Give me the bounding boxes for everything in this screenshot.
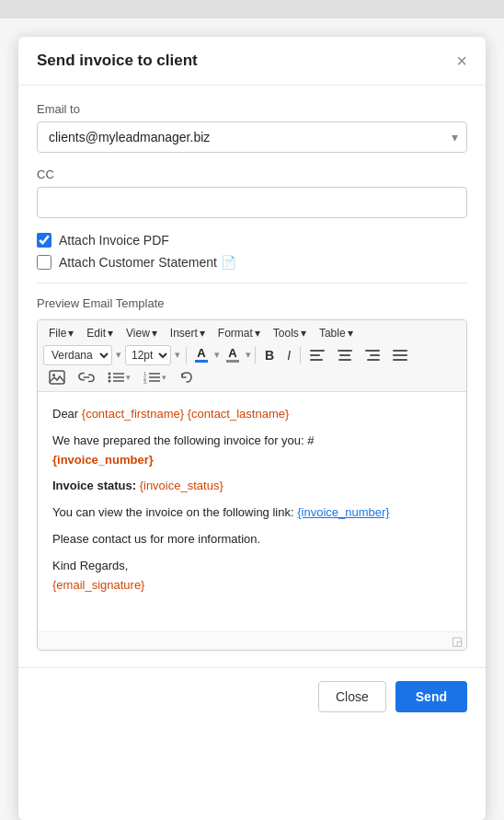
tools-menu[interactable]: Tools ▾	[268, 324, 312, 342]
svg-rect-12	[50, 371, 64, 384]
var-contact-firstname: {contact_firstname}	[82, 407, 184, 421]
svg-text:3.: 3.	[143, 379, 147, 385]
undo-icon	[179, 370, 194, 385]
svg-rect-6	[365, 350, 380, 352]
svg-rect-5	[338, 359, 351, 361]
bullet-list-button[interactable]: ▾	[102, 367, 136, 387]
toolbar-separator-3	[300, 347, 301, 364]
var-contact-lastname: {contact_lastname}	[188, 407, 290, 421]
send-button[interactable]: Send	[395, 681, 467, 712]
insert-image-button[interactable]	[43, 367, 71, 387]
image-icon	[49, 370, 65, 385]
contact-line: Please contact us for more information.	[52, 530, 452, 549]
email-to-label: Email to	[37, 102, 467, 116]
align-right-button[interactable]	[360, 346, 385, 364]
view-menu[interactable]: View ▾	[120, 324, 163, 342]
email-to-wrapper: clients@myleadmanager.biz ▾	[37, 121, 467, 153]
svg-point-15	[109, 373, 111, 375]
bullet-list-icon	[108, 370, 124, 385]
attach-invoice-row: Attach Invoice PDF	[37, 233, 467, 248]
var-invoice-status: {invoice_status}	[140, 479, 223, 492]
svg-rect-0	[310, 350, 325, 352]
toolbar-separator-2	[255, 347, 256, 364]
insert-menu[interactable]: Insert ▾	[165, 324, 211, 342]
email-editor: File ▾ Edit ▾ View ▾ Insert	[37, 319, 467, 651]
cc-input[interactable]	[37, 187, 467, 218]
document-icon: 📄	[221, 255, 236, 270]
extra-toolbar-row: ▾ 1.2.3. ▾	[43, 367, 461, 387]
svg-rect-4	[339, 354, 350, 356]
align-right-icon	[365, 349, 380, 362]
modal-title: Send invoice to client	[37, 52, 198, 70]
attach-statement-checkbox[interactable]	[37, 255, 52, 270]
var-email-signature: {email_signature}	[52, 578, 144, 592]
align-left-icon	[310, 349, 325, 362]
italic-button[interactable]: I	[281, 345, 296, 365]
align-center-icon	[338, 349, 352, 362]
align-justify-button[interactable]	[387, 346, 413, 364]
svg-rect-7	[370, 354, 380, 356]
svg-rect-9	[393, 350, 407, 352]
attach-invoice-checkbox[interactable]	[37, 233, 52, 248]
bg-color-bar	[226, 360, 239, 363]
numbered-list-button[interactable]: 1.2.3. ▾	[138, 367, 172, 387]
align-left-button[interactable]	[304, 346, 330, 364]
var-invoice-number-bold: {invoice_number}	[52, 453, 154, 467]
preview-email-label: Preview Email Template	[37, 296, 467, 310]
editor-content-area[interactable]: Dear {contact_firstname} {contact_lastna…	[38, 392, 466, 631]
numbered-list-icon: 1.2.3.	[143, 370, 160, 385]
table-menu[interactable]: Table ▾	[314, 324, 359, 342]
insert-link-button[interactable]	[73, 367, 100, 387]
align-center-button[interactable]	[332, 346, 358, 364]
modal-header: Send invoice to client ×	[18, 37, 486, 86]
var-invoice-link: {invoice_number}	[297, 505, 389, 519]
divider	[37, 283, 467, 283]
undo-button[interactable]	[174, 367, 200, 387]
link-icon	[78, 370, 95, 385]
toolbar-separator-1	[186, 347, 187, 364]
bold-button[interactable]: B	[259, 345, 280, 365]
svg-rect-8	[367, 359, 380, 361]
svg-rect-10	[393, 354, 407, 356]
edit-menu[interactable]: Edit ▾	[81, 324, 119, 342]
bg-color-button[interactable]: A	[222, 344, 244, 365]
font-size-select[interactable]: 12pt	[125, 345, 171, 365]
modal-footer: Close Send	[18, 667, 486, 725]
svg-rect-2	[310, 359, 323, 361]
close-button[interactable]: Close	[318, 681, 386, 712]
font-family-select[interactable]: Verdana	[43, 345, 112, 365]
attach-statement-row: Attach Customer Statement 📄	[37, 255, 467, 270]
svg-rect-3	[338, 350, 352, 352]
svg-point-16	[109, 376, 111, 379]
attach-invoice-label[interactable]: Attach Invoice PDF	[59, 233, 169, 248]
editor-resize-handle: ◲	[38, 631, 466, 650]
cc-label: CC	[37, 167, 467, 181]
format-menu[interactable]: Format ▾	[212, 324, 266, 342]
format-toolbar-row: Verdana ▾ 12pt ▾ A ▾	[43, 344, 461, 365]
email-to-select[interactable]: clients@myleadmanager.biz	[37, 121, 467, 153]
menu-toolbar-row: File ▾ Edit ▾ View ▾ Insert	[43, 324, 461, 342]
align-justify-icon	[393, 349, 407, 362]
attach-statement-label[interactable]: Attach Customer Statement	[59, 255, 217, 270]
editor-toolbar: File ▾ Edit ▾ View ▾ Insert	[38, 320, 466, 392]
svg-rect-1	[310, 354, 320, 356]
font-color-button[interactable]: A	[190, 344, 212, 365]
svg-rect-11	[393, 359, 407, 361]
font-color-bar	[195, 360, 208, 363]
close-icon[interactable]: ×	[456, 52, 467, 70]
modal-body: Email to clients@myleadmanager.biz ▾ CC …	[18, 86, 486, 667]
svg-point-13	[52, 374, 55, 376]
file-menu[interactable]: File ▾	[43, 324, 79, 342]
svg-point-17	[109, 380, 111, 383]
